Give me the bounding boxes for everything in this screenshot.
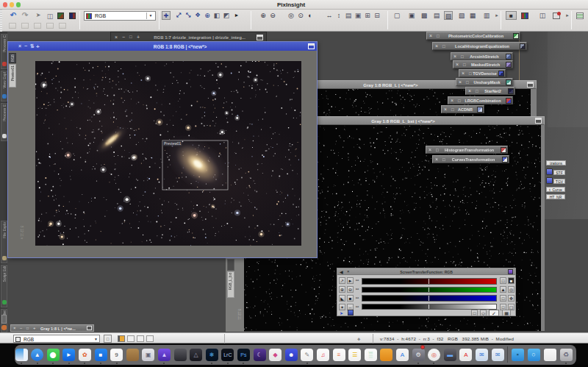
svg-text:Preview01: Preview01 [164,141,182,146]
